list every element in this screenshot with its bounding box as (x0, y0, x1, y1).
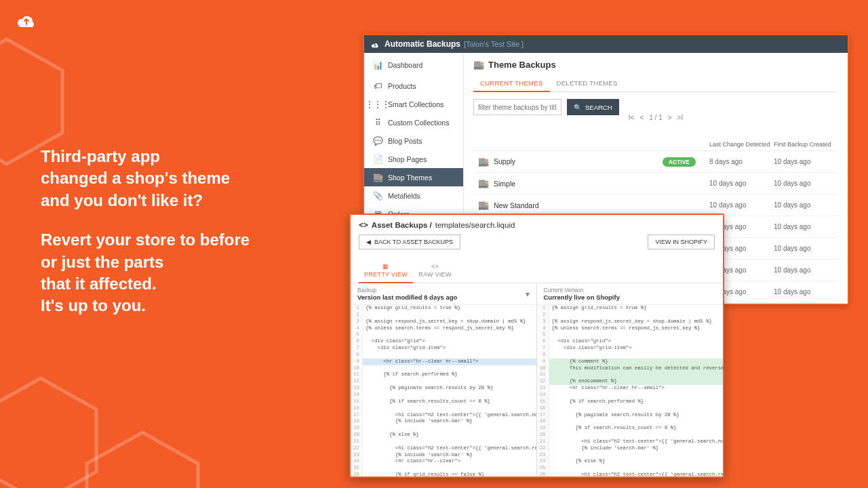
code-line: 10 (351, 365, 536, 372)
bars-icon: 📊 (371, 60, 384, 70)
store-icon: 🏬 (371, 173, 384, 182)
code-line: 9 {% comment %} (537, 359, 724, 365)
app-titlebar: Automatic Backups [Talon's Test Site ] (364, 35, 848, 53)
code-line: 2 (537, 312, 724, 319)
page-last-icon[interactable]: >I (677, 114, 684, 121)
grid4-icon: ⠿ (371, 118, 384, 127)
search-button[interactable]: 🔍SEARCH (567, 99, 619, 115)
code-line: 7 <div class="grid-item"> (537, 345, 724, 352)
version-selector[interactable]: BackupVersion last modified 8 days ago ▾ (351, 283, 536, 305)
code-line: 26 <h1 class="h2 text-center">{{ 'genera… (537, 472, 724, 478)
grid3-icon: ⋮⋮⋮ (371, 100, 384, 109)
code-line: 21 (351, 439, 536, 445)
code-line: 19 (351, 425, 536, 432)
diff-left-pane: BackupVersion last modified 8 days ago ▾… (351, 283, 537, 478)
code-line: 22 <h1 class="h2 text-center">{{ 'genera… (351, 445, 536, 452)
code-line: 18 {% include 'search-bar' %} (351, 418, 536, 425)
code-line: 6 <div class="grid"> (537, 338, 724, 345)
sidebar-item-smart-collections[interactable]: ⋮⋮⋮Smart Collections (364, 95, 463, 113)
cloud-icon (370, 40, 380, 48)
code-line: 4{% unless search.terms == respond_js_se… (537, 325, 724, 332)
tab-raw-view[interactable]: <>RAW VIEW (413, 259, 457, 283)
active-badge: ACTIVE (663, 157, 696, 167)
code-line: 18 (537, 418, 724, 425)
code-line: 16 (351, 405, 536, 412)
code-line: 24 {% else %} (537, 458, 724, 465)
tab-current-themes[interactable]: CURRENT THEMES (473, 75, 550, 92)
caret-left-icon: ◀ (366, 239, 371, 245)
sidebar-item-custom-collections[interactable]: ⠿Custom Collections (364, 113, 463, 131)
code-line: 14 (537, 392, 724, 399)
code-line: 6 <div class="grid"> (351, 338, 536, 345)
store-icon: 🏬 (473, 60, 484, 70)
sidebar-item-shop-themes[interactable]: 🏬Shop Themes (364, 168, 463, 186)
code-line: 9 <hr class="hr--clear hr--small"> (351, 359, 536, 365)
code-line: 8 (537, 352, 724, 359)
svg-marker-2 (87, 432, 198, 488)
code-line: 21 <h1 class="h2 text-center">{{ 'genera… (537, 439, 724, 445)
code-line: 11 {% if search.performed %} (351, 371, 536, 378)
page-next-icon[interactable]: > (668, 114, 672, 121)
code-line: 1{% assign grid_results = true %} (537, 305, 724, 312)
code-line: 12 (351, 378, 536, 385)
sidebar-item-shop-pages[interactable]: 📄Shop Pages (364, 150, 463, 168)
store-icon: 🏬 (473, 157, 494, 167)
tab-deleted-themes[interactable]: DELETED THEMES (550, 75, 625, 92)
code-line: 3{% assign respond_js_secret_key = shop.… (351, 319, 536, 325)
code-line: 23 {% include 'search-bar' %} (351, 452, 536, 459)
page-icon: 📄 (371, 155, 384, 164)
back-button[interactable]: ◀BACK TO ASSET BACKUPS (359, 235, 460, 249)
table-row[interactable]: 🏬Simple10 days ago10 days ago (473, 173, 838, 195)
page-title: 🏬Theme Backups (473, 60, 838, 70)
marketing-copy: Third-party app changed a shop's theme a… (41, 146, 250, 335)
view-in-shopify-button[interactable]: VIEW IN SHOPIFY (648, 235, 715, 249)
code-line: 25 (537, 465, 724, 472)
hex-decoration (81, 427, 203, 488)
table-row[interactable]: 🏬SupplyACTIVE8 days ago10 days ago (473, 151, 838, 173)
code-line: 19 {% if search.results_count == 0 %} (537, 425, 724, 432)
search-icon: 🔍 (574, 104, 582, 111)
code-line: 5 (351, 331, 536, 338)
code-line: 10 This modification can easily be detec… (537, 365, 724, 372)
tab-pretty-view[interactable]: ▦PRETTY VIEW (359, 259, 413, 283)
code-line: 15 {% if search.performed %} (537, 399, 724, 405)
code-icon: <> (359, 220, 368, 230)
chat-icon: 💬 (371, 136, 384, 146)
clip-icon: 📎 (371, 191, 384, 201)
diff-right-pane: Current VersionCurrently live on Shopify… (537, 283, 724, 478)
store-icon: 🏬 (473, 200, 494, 210)
code-line: 13 {% paginate search.results by 20 %} (351, 385, 536, 392)
code-line: 1{% assign grid_results = true %} (351, 305, 536, 312)
code-line: 23 (537, 452, 724, 459)
code-line: 26 {% if grid_results == false %} (351, 472, 536, 478)
cloud-upload-logo (12, 7, 41, 28)
code-line: 14 (351, 392, 536, 399)
asset-diff-window: <> Asset Backups / templates/search.liqu… (349, 214, 724, 478)
page-prev-icon[interactable]: < (639, 114, 644, 121)
code-icon: <> (431, 263, 439, 270)
table-header: Last Change Detected First Backup Create… (473, 138, 838, 151)
code-line: 5 (537, 331, 724, 338)
sidebar-item-metafields[interactable]: 📎Metafields (364, 186, 463, 205)
code-line: 2 (351, 312, 536, 319)
store-icon: 🏬 (473, 178, 494, 188)
code-line: 17 {% paginate search.results by 20 %} (537, 412, 724, 419)
search-input[interactable] (473, 99, 561, 115)
code-line: 4{% unless search.terms == respond_js_se… (351, 325, 536, 332)
code-line: 12 {% endcomment %} (537, 378, 724, 385)
sidebar-item-dashboard[interactable]: 📊Dashboard (364, 53, 463, 77)
sidebar-item-blog-posts[interactable]: 💬Blog Posts (364, 131, 463, 150)
sidebar-item-products[interactable]: 🏷Products (364, 77, 463, 95)
code-line: 15 {% if search.results_count == 0 %} (351, 399, 536, 405)
pager: I< < 1 / 1 > >I (629, 114, 683, 121)
code-line: 3{% assign respond_js_secret_key = shop.… (537, 319, 724, 325)
tabs: CURRENT THEMES DELETED THEMES (473, 75, 838, 92)
code-line: 11 (537, 371, 724, 378)
breadcrumb: <> Asset Backups / templates/search.liqu… (359, 220, 715, 230)
code-line: 24 <hr class="hr--clear"> (351, 458, 536, 465)
code-line: 25 (351, 465, 536, 472)
page-first-icon[interactable]: I< (629, 114, 635, 121)
code-line: 13 <hr class="hr--clear hr--small"> (537, 385, 724, 392)
code-line: 20 (537, 432, 724, 439)
code-line: 16 (537, 405, 724, 412)
